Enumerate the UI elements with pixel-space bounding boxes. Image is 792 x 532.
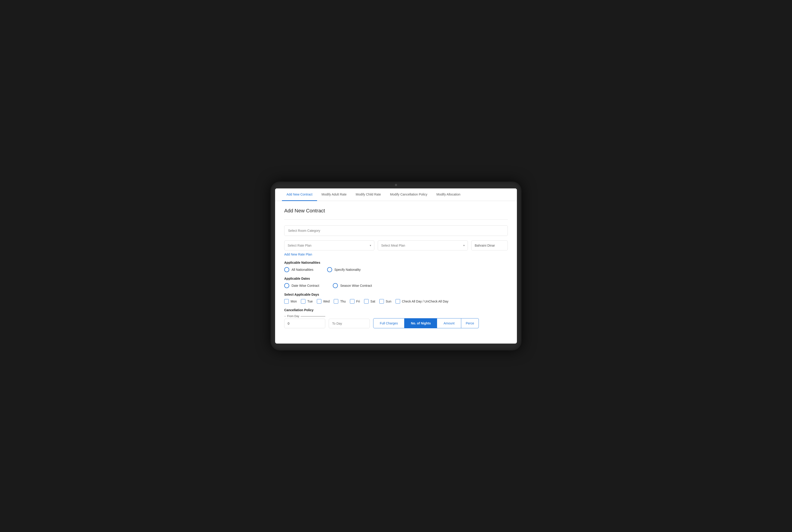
amount-button[interactable]: Amount: [437, 318, 461, 328]
tab-modify-allocation[interactable]: Modify Allocation: [432, 188, 465, 201]
checkbox-box-mon: [284, 299, 289, 304]
tab-modify-adult-rate[interactable]: Modify Adult Rate: [317, 188, 351, 201]
radio-circle-date-wise: [284, 283, 289, 288]
radio-season-wise[interactable]: Season Wise Contract: [333, 283, 372, 288]
radio-label-specify: Specify Nationality: [334, 268, 361, 271]
cancellation-label: Cancellation Policy: [284, 308, 508, 312]
add-rate-plan-link[interactable]: Add New Rate Plan: [284, 252, 312, 256]
checkbox-wed[interactable]: Wed: [317, 299, 330, 304]
nationality-radio-group: All Nationalities Specify Nationality: [284, 267, 508, 272]
rate-plan-select[interactable]: Select Rate Plan: [284, 241, 374, 250]
day-label-sat: Sat: [370, 300, 375, 303]
radio-label-date-wise: Date Wise Contract: [291, 284, 319, 287]
nationalities-label: Applicable Nationalities: [284, 261, 508, 264]
day-label-all: Check All Day / UnCheck All Day: [402, 300, 448, 303]
checkbox-thu[interactable]: Thu: [334, 299, 346, 304]
from-day-line: [301, 316, 325, 317]
selects-row: Select Rate Plan ▾ Select Meal Plan ▾ Ba…: [284, 241, 508, 250]
checkbox-box-wed: [317, 299, 322, 304]
page-title: Add New Contract: [284, 208, 508, 214]
currency-display: Bahraini Dinar: [471, 241, 508, 250]
charge-type-buttons: Full Charges No. of Nights Amount Perce: [373, 318, 479, 328]
tablet-screen: Add New Contract Modify Adult Rate Modif…: [275, 188, 517, 344]
checkbox-box-all: [395, 299, 400, 304]
checkbox-sun[interactable]: Sun: [379, 299, 391, 304]
tablet-camera: [395, 184, 397, 186]
radio-circle-all: [284, 267, 289, 272]
tablet-frame: Add New Contract Modify Adult Rate Modif…: [271, 182, 521, 350]
meal-plan-select[interactable]: Select Meal Plan: [378, 241, 468, 250]
checkbox-fri[interactable]: Fri: [350, 299, 360, 304]
checkbox-box-fri: [350, 299, 354, 304]
to-day-input[interactable]: [329, 319, 370, 328]
cancellation-bottom-row: − From Day Full Charges No. of Nights Am…: [284, 315, 508, 328]
room-category-input[interactable]: [284, 225, 508, 236]
day-label-thu: Thu: [340, 300, 346, 303]
radio-specify-nationality[interactable]: Specify Nationality: [327, 267, 361, 272]
radio-circle-specify: [327, 267, 332, 272]
radio-circle-season-wise: [333, 283, 338, 288]
section-divider: [284, 220, 508, 220]
dates-radio-group: Date Wise Contract Season Wise Contract: [284, 283, 508, 288]
cancellation-section: Cancellation Policy − From Day Full Char…: [284, 308, 508, 328]
checkbox-sat[interactable]: Sat: [364, 299, 375, 304]
from-day-text: From Day: [287, 315, 299, 318]
day-label-tue: Tue: [307, 300, 313, 303]
from-day-wrapper: − From Day: [284, 315, 325, 328]
checkbox-check-all[interactable]: Check All Day / UnCheck All Day: [395, 299, 448, 304]
checkbox-box-sun: [379, 299, 384, 304]
radio-all-nationalities[interactable]: All Nationalities: [284, 267, 313, 272]
from-day-input[interactable]: [284, 319, 325, 328]
tab-modify-child-rate[interactable]: Modify Child Rate: [351, 188, 386, 201]
day-label-sun: Sun: [386, 300, 391, 303]
days-checkboxes-row: Mon Tue Wed Thu Fri: [284, 299, 508, 304]
rate-plan-wrapper: Select Rate Plan ▾: [284, 241, 374, 250]
from-day-dash: −: [284, 315, 286, 318]
radio-label-all: All Nationalities: [291, 268, 313, 271]
dates-label: Applicable Dates: [284, 277, 508, 280]
meal-plan-wrapper: Select Meal Plan ▾: [378, 241, 468, 250]
tab-modify-cancellation-policy[interactable]: Modify Cancellation Policy: [386, 188, 432, 201]
percent-button[interactable]: Perce: [461, 318, 479, 328]
radio-label-season-wise: Season Wise Contract: [340, 284, 372, 287]
main-content: Add New Contract Select Rate Plan ▾ Sele…: [275, 201, 517, 344]
checkbox-box-sat: [364, 299, 369, 304]
checkbox-tue[interactable]: Tue: [301, 299, 313, 304]
from-day-label-bar: − From Day: [284, 315, 325, 318]
checkbox-box-tue: [301, 299, 306, 304]
day-label-fri: Fri: [356, 300, 360, 303]
checkbox-box-thu: [334, 299, 338, 304]
no-of-nights-button[interactable]: No. of Nights: [404, 318, 437, 328]
day-label-mon: Mon: [291, 300, 297, 303]
tabs-bar: Add New Contract Modify Adult Rate Modif…: [275, 188, 517, 201]
day-label-wed: Wed: [323, 300, 330, 303]
applicable-days-label: Select Applicable Days: [284, 293, 508, 296]
checkbox-mon[interactable]: Mon: [284, 299, 297, 304]
radio-date-wise[interactable]: Date Wise Contract: [284, 283, 319, 288]
tab-add-new-contract[interactable]: Add New Contract: [282, 188, 317, 201]
full-charges-button[interactable]: Full Charges: [373, 318, 404, 328]
